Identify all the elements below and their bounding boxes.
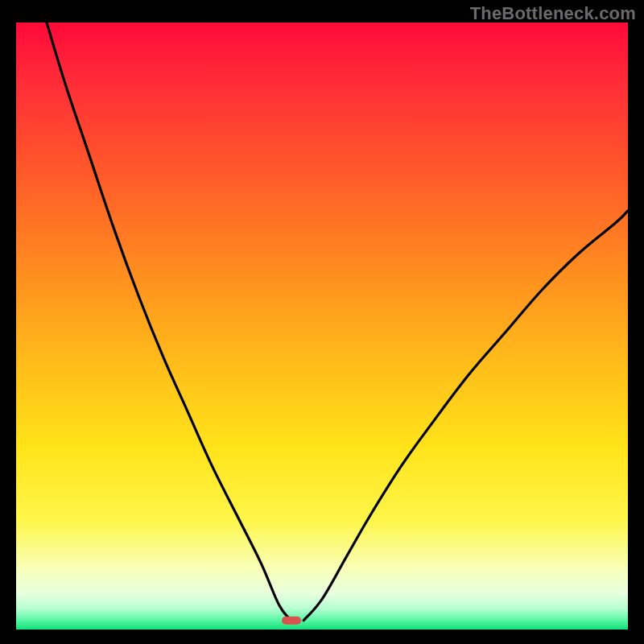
plot-area bbox=[16, 23, 628, 630]
watermark-text: TheBottleneck.com bbox=[470, 3, 636, 24]
chart-frame: TheBottleneck.com bbox=[0, 0, 644, 644]
gradient-background bbox=[16, 23, 628, 630]
bottleneck-chart bbox=[16, 23, 628, 630]
minimum-marker bbox=[282, 617, 301, 625]
